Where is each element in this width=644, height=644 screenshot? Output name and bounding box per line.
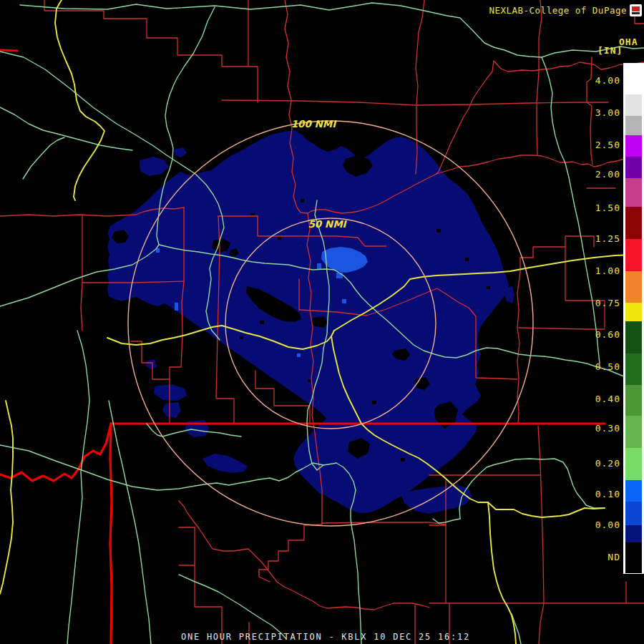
colorbar-segment <box>625 239 642 271</box>
colorbar-label: 0.10 <box>595 489 620 499</box>
radar-viewer: 50 NMI100 NMI4.003.002.502.001.501.251.0… <box>0 0 644 644</box>
colorbar-label: 1.50 <box>595 203 620 213</box>
colorbar-segment <box>625 353 642 385</box>
colorbar-label: 0.40 <box>595 394 620 404</box>
colorbar-segment <box>625 502 642 525</box>
colorbar-label: 0.60 <box>595 329 620 340</box>
colorbar-label: 0.20 <box>595 458 620 469</box>
state-line <box>0 50 17 51</box>
colorbar-label: 2.00 <box>595 169 620 180</box>
colorbar-label: 0.50 <box>595 361 620 372</box>
precip-hole <box>301 199 304 203</box>
colorbar-segment <box>625 480 642 502</box>
precip-hole <box>436 229 441 233</box>
colorbar-segment <box>625 178 642 207</box>
colorbar-segment <box>625 157 642 178</box>
precip-hole <box>240 336 243 339</box>
colorbar-segment <box>625 303 642 321</box>
brand-text: NEXLAB-College of DuPage <box>489 5 627 16</box>
precip-heavy-speck <box>297 353 301 357</box>
product-caption: ONE HOUR PRECIPITATION - KBLX 10 DEC 25 … <box>181 632 470 642</box>
colorbar-segment <box>625 525 642 542</box>
precip-hole <box>278 236 281 240</box>
colorbar-segment <box>625 116 642 135</box>
colorbar-segment <box>625 448 642 480</box>
colorbar-label: 3.00 <box>595 107 620 118</box>
precip-hole <box>487 286 490 289</box>
college-of-dupage-logo-icon <box>630 4 642 16</box>
precip-hole <box>308 379 311 382</box>
colorbar-label: 0.75 <box>595 298 620 308</box>
precip-heavy-speck <box>175 303 178 311</box>
precip-hole <box>401 458 405 462</box>
colorbar-label: 0.00 <box>595 519 620 530</box>
colorbar-units-label: [IN] <box>597 45 623 56</box>
colorbar-label: 2.50 <box>595 140 620 150</box>
colorbar-segment <box>625 94 642 116</box>
precip-hole <box>260 321 264 324</box>
colorbar-label: ND <box>608 552 620 562</box>
precip-hole <box>465 258 469 261</box>
colorbar-segment <box>625 385 642 416</box>
colorbar-segment <box>625 321 642 353</box>
colorbar-segment <box>625 416 642 448</box>
precip-heavy-speck <box>317 263 321 270</box>
colorbar-label: 1.00 <box>595 265 620 276</box>
colorbar-label: 1.25 <box>595 233 620 244</box>
range-ring-label-100: 100 NMI <box>291 118 338 130</box>
colorbar-segment <box>625 542 642 573</box>
precip-heavy-speck <box>342 299 346 303</box>
range-ring-label-50: 50 NMI <box>308 218 347 230</box>
precip-hole <box>372 401 376 404</box>
colorbar-label: 0.30 <box>595 423 620 434</box>
colorbar-label: 4.00 <box>595 75 620 86</box>
colorbar-segment <box>625 271 642 303</box>
colorbar-segment <box>625 135 642 157</box>
colorbar-segment <box>625 64 642 94</box>
colorbar-segment <box>625 207 642 239</box>
radar-map[interactable]: 50 NMI100 NMI4.003.002.502.001.501.251.0… <box>0 0 644 644</box>
